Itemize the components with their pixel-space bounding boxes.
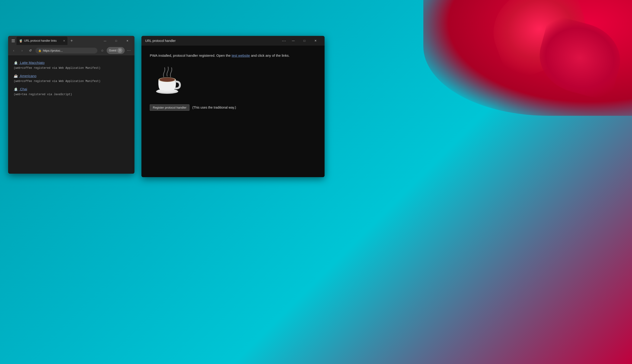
browser-titlebar: 🧋 URL protocol handler links ✕ + — □ ✕ xyxy=(8,36,134,46)
maximize-button[interactable]: □ xyxy=(111,37,121,44)
browser-window: 🧋 URL protocol handler links ✕ + — □ ✕ ‹… xyxy=(8,36,134,174)
chai-text: Chai xyxy=(20,87,27,91)
register-section: Register protocol handler (This uses the… xyxy=(150,104,316,111)
browser-tab-bar: 🧋 URL protocol handler links ✕ + xyxy=(17,36,98,45)
test-website-link[interactable]: test website xyxy=(232,54,250,58)
svg-rect-0 xyxy=(12,39,15,40)
chai-meta: (web+tea registered via JavaScript) xyxy=(14,92,129,97)
browser-sidebar-toggle[interactable] xyxy=(10,38,17,44)
pwa-description-post: and click any of the links. xyxy=(251,54,290,58)
latte-macchiato-text: Latte Macchiato xyxy=(20,61,45,64)
address-actions: ☆ Guest ? ··· xyxy=(99,47,132,54)
tab-close-button[interactable]: ✕ xyxy=(63,39,65,42)
forward-button[interactable]: › xyxy=(19,47,25,54)
latte-meta: (web+coffee registered via Web Applicati… xyxy=(14,66,129,70)
back-button[interactable]: ‹ xyxy=(11,47,17,54)
pwa-titlebar: URL protocol handler ··· — □ ✕ xyxy=(141,36,325,46)
svg-rect-2 xyxy=(12,42,15,42)
address-bar[interactable]: 🔒 https://protoc... xyxy=(36,48,97,54)
svg-point-6 xyxy=(159,78,175,82)
coffee-cup-image xyxy=(150,64,184,99)
guest-avatar: ? xyxy=(117,48,122,53)
pwa-content: PWA installed, protocol handler register… xyxy=(141,46,325,177)
pwa-description: PWA installed, protocol handler register… xyxy=(150,52,316,58)
lock-icon: 🔒 xyxy=(38,49,42,52)
pwa-more-button[interactable]: ··· xyxy=(280,38,288,43)
new-tab-button[interactable]: + xyxy=(68,38,75,44)
minimize-button[interactable]: — xyxy=(100,37,110,44)
americano-link[interactable]: ☕ Americano xyxy=(14,73,129,79)
register-note: (This uses the traditional way.) xyxy=(192,106,236,109)
chai-emoji: 🍵 xyxy=(14,87,18,91)
latte-macchiato-link[interactable]: 🍵 Latte Macchiato xyxy=(14,60,129,66)
browser-more-button[interactable]: ··· xyxy=(126,47,132,54)
pwa-minimize-button[interactable]: — xyxy=(288,37,299,44)
pwa-close-button[interactable]: ✕ xyxy=(310,37,321,44)
browser-window-controls: — □ ✕ xyxy=(100,37,133,44)
pwa-window-controls: — □ ✕ xyxy=(288,37,321,44)
americano-text: Americano xyxy=(20,74,36,78)
chai-link[interactable]: 🍵 Chai xyxy=(14,86,129,92)
coffee-cup-svg xyxy=(152,66,182,96)
guest-profile-button[interactable]: Guest ? xyxy=(107,47,125,54)
reload-button[interactable]: ↺ xyxy=(27,47,34,54)
americano-meta: (web+coffee registered via Web Applicati… xyxy=(14,79,129,84)
pwa-description-pre: PWA installed, protocol handler register… xyxy=(150,54,232,58)
close-button[interactable]: ✕ xyxy=(122,37,133,44)
latte-emoji: 🍵 xyxy=(14,61,18,64)
guest-label: Guest xyxy=(109,49,116,52)
browser-content: 🍵 Latte Macchiato (web+coffee registered… xyxy=(8,55,134,174)
register-protocol-button[interactable]: Register protocol handler xyxy=(150,104,189,111)
svg-rect-1 xyxy=(12,40,15,41)
tab-title: URL protocol handler links xyxy=(24,39,62,42)
pwa-title: URL protocol handler xyxy=(145,39,280,42)
pwa-maximize-button[interactable]: □ xyxy=(299,37,310,44)
americano-emoji: ☕ xyxy=(14,74,18,78)
favorites-button[interactable]: ☆ xyxy=(99,47,106,54)
tab-favicon: 🧋 xyxy=(19,39,23,42)
address-text: https://protoc... xyxy=(43,49,63,52)
pwa-window: URL protocol handler ··· — □ ✕ PWA insta… xyxy=(141,36,325,177)
browser-tab-active[interactable]: 🧋 URL protocol handler links ✕ xyxy=(17,36,68,45)
browser-addressbar: ‹ › ↺ 🔒 https://protoc... ☆ Guest ? ··· xyxy=(8,46,134,55)
